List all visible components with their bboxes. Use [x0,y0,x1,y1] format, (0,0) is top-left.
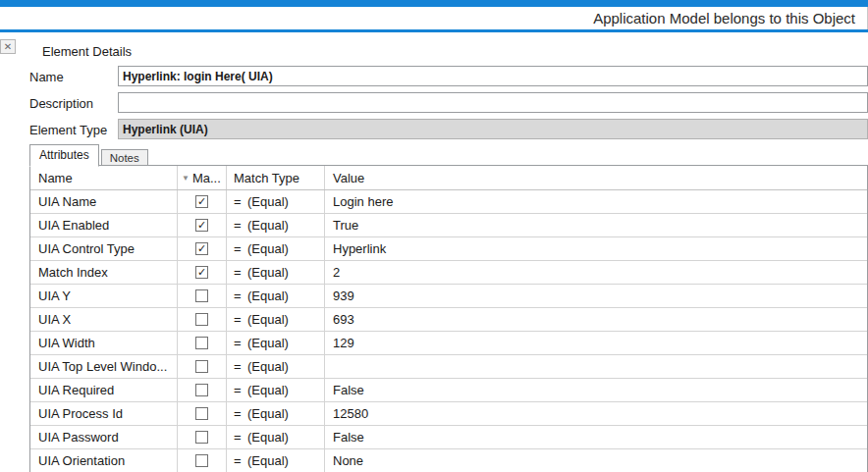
attribute-name: UIA Y [30,285,178,307]
match-checkbox[interactable] [195,360,208,373]
match-type[interactable]: (Equal) [247,336,289,350]
table-row[interactable]: UIA Required =(Equal) False [30,379,867,402]
match-checkbox[interactable] [195,384,208,396]
description-label: Description [29,96,93,111]
attribute-value[interactable]: 129 [325,332,867,354]
close-icon[interactable]: ✕ [0,39,16,54]
filter-icon[interactable]: ▼ [182,174,190,183]
table-row[interactable]: UIA Control Type ✓ =(Equal) Hyperlink [30,237,867,261]
titlebar: Application Model belongs to this Object [0,7,868,29]
attribute-name: UIA Enabled [30,214,178,236]
match-type[interactable]: (Equal) [247,265,289,280]
table-row[interactable]: UIA Width =(Equal) 129 [30,332,867,355]
attribute-name: UIA Width [30,332,178,354]
attribute-name: UIA Top Level Windo... [30,355,178,378]
description-input[interactable] [118,92,868,113]
top-accent-bar [0,0,868,7]
attribute-value[interactable]: Login here [325,190,867,213]
match-type[interactable]: (Equal) [247,359,289,374]
attribute-name: Match Index [30,261,178,284]
attribute-value[interactable]: None [325,449,867,472]
attribute-value[interactable]: False [325,379,867,401]
accent-divider [0,29,868,32]
match-type[interactable]: (Equal) [247,194,289,209]
match-type[interactable]: (Equal) [247,288,289,303]
attribute-name: UIA Orientation [30,449,178,472]
section-title: Element Details [42,44,132,59]
attributes-table: Name ▼ Ma... Match Type Value UIA Name ✓… [29,165,868,472]
column-header-name[interactable]: Name [30,166,178,189]
match-checkbox[interactable] [195,289,208,302]
attribute-value[interactable]: 693 [325,308,867,331]
match-type[interactable]: (Equal) [247,453,289,468]
attribute-name: UIA Required [30,379,178,401]
tab-attributes[interactable]: Attributes [29,144,99,167]
match-checkbox[interactable] [195,431,208,444]
table-header-row: Name ▼ Ma... Match Type Value [30,166,867,190]
attribute-value[interactable]: 12580 [325,402,867,425]
name-input[interactable] [118,66,868,86]
attribute-value[interactable]: 939 [325,285,867,307]
attribute-name: UIA Name [30,190,178,213]
attribute-name: UIA Process Id [30,402,178,425]
attribute-value[interactable]: 2 [325,261,867,284]
attribute-name: UIA X [30,308,178,331]
attribute-value[interactable]: False [325,426,867,448]
element-type-value: Hyperlink (UIA) [118,119,868,139]
table-row[interactable]: UIA Orientation =(Equal) None [30,449,867,472]
table-row[interactable]: UIA Top Level Windo... =(Equal) [30,355,867,379]
column-header-match-type[interactable]: Match Type [227,166,325,189]
match-checkbox[interactable] [195,337,208,349]
table-row[interactable]: UIA Enabled ✓ =(Equal) True [30,214,867,237]
table-row[interactable]: UIA Name ✓ =(Equal) Login here [30,190,867,214]
table-row[interactable]: UIA Password =(Equal) False [30,426,867,449]
match-type[interactable]: (Equal) [247,406,289,421]
match-checkbox[interactable] [195,454,208,467]
match-checkbox[interactable]: ✓ [195,219,208,232]
match-checkbox[interactable]: ✓ [195,242,208,255]
table-row[interactable]: Match Index ✓ =(Equal) 2 [30,261,867,285]
column-header-value[interactable]: Value [325,166,867,189]
column-header-match-check[interactable]: ▼ Ma... [178,166,227,189]
tab-bar: Attributes Notes [29,143,148,166]
match-type[interactable]: (Equal) [247,430,289,445]
attribute-value[interactable]: Hyperlink [325,237,867,260]
match-checkbox[interactable]: ✓ [195,266,208,279]
window-title: Application Model belongs to this Object [593,10,855,26]
tab-notes[interactable]: Notes [101,149,148,166]
attribute-value[interactable] [325,355,867,378]
attribute-name: UIA Password [30,426,178,448]
match-type[interactable]: (Equal) [247,383,289,397]
table-row[interactable]: UIA X =(Equal) 693 [30,308,867,332]
match-type[interactable]: (Equal) [247,218,289,233]
table-row[interactable]: UIA Y =(Equal) 939 [30,285,867,308]
table-row[interactable]: UIA Process Id =(Equal) 12580 [30,402,867,426]
attribute-value[interactable]: True [325,214,867,236]
match-checkbox[interactable] [195,407,208,420]
name-label: Name [29,70,64,84]
match-type[interactable]: (Equal) [247,241,289,256]
match-type[interactable]: (Equal) [247,312,289,327]
element-type-label: Element Type [29,123,107,137]
match-checkbox[interactable]: ✓ [195,195,208,208]
match-checkbox[interactable] [195,313,208,326]
attribute-name: UIA Control Type [30,237,178,260]
application-model-panel: Application Model belongs to this Object… [0,0,868,472]
